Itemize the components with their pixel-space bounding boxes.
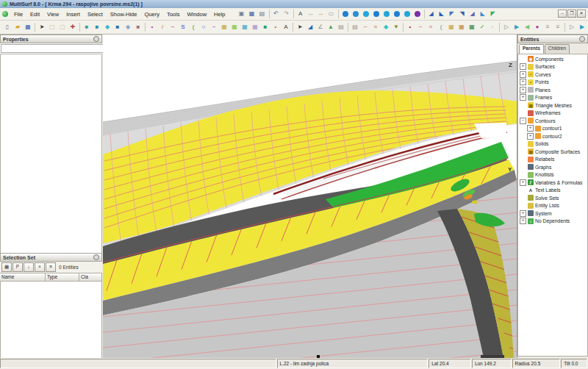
tree-item-graphs[interactable]: Graphs (518, 163, 587, 171)
tree-item-no-dependents[interactable]: +›No Dependents (518, 218, 587, 226)
save-icon[interactable]: ▦ (23, 21, 33, 33)
tree-item-entity-lists[interactable]: Entity Lists (518, 202, 587, 210)
view-left-icon[interactable] (361, 8, 371, 20)
undo-icon[interactable]: ↶ (271, 8, 282, 20)
persp-3-icon[interactable]: ◤ (447, 8, 457, 20)
pin-icon[interactable] (93, 254, 99, 260)
query-report-icon[interactable]: ▤ (336, 21, 346, 33)
persp-6-icon[interactable]: ◣ (478, 8, 488, 20)
view-right-icon[interactable] (371, 8, 381, 20)
tree-item-contour1[interactable]: +contour1 (518, 125, 587, 133)
insert-label-icon[interactable]: A (281, 21, 291, 33)
expander-plus-icon[interactable]: + (527, 133, 534, 140)
offset-icon[interactable]: ↔ (316, 8, 326, 20)
persp-7-icon[interactable]: ◤ (488, 8, 498, 20)
hide-unselected-icon[interactable]: ▷ (567, 21, 577, 33)
expander-plus-icon[interactable]: + (520, 218, 526, 224)
expander-plus-icon[interactable]: + (527, 125, 534, 132)
menu-query[interactable]: Query (140, 10, 162, 19)
column-header-name[interactable]: Name (0, 273, 46, 282)
tree-item-composite-surfaces[interactable]: ▦Composite Surfaces (518, 148, 587, 156)
open-file-icon[interactable]: ▰ (12, 21, 23, 33)
show-mesh-icon[interactable]: ≈ (426, 21, 436, 33)
weights-icon[interactable]: ▼ (391, 21, 401, 33)
tree-item-planes[interactable]: +Planes (518, 86, 587, 94)
query-distance-icon[interactable]: ◢ (305, 21, 315, 33)
query-pointer-icon[interactable]: ➤ (295, 21, 305, 33)
select-add-icon[interactable]: ▢ (47, 21, 57, 33)
hide-selected-icon[interactable]: ▷ (501, 21, 512, 33)
clear-button[interactable]: ✕ (46, 262, 56, 272)
save-all-icon[interactable]: ▦ (247, 8, 257, 20)
tree-item-solids[interactable]: Solids (518, 140, 587, 148)
move-down-button[interactable]: ↓ (24, 262, 34, 272)
insert-bcurve-icon[interactable]: ~ (168, 21, 178, 33)
pin-icon[interactable] (579, 36, 585, 42)
expander-plus-icon[interactable]: + (520, 63, 526, 70)
tab-children[interactable]: Children (545, 44, 570, 54)
query-area-icon[interactable]: ▲ (326, 21, 336, 33)
tree-item-knotlists[interactable]: Knotlists (518, 171, 587, 179)
show-unselected-icon[interactable]: ▶ (577, 21, 587, 33)
show-points-icon[interactable]: • (405, 21, 415, 33)
model-viewport[interactable]: Z Y (103, 35, 517, 358)
insert-surface-1-icon[interactable]: ▦ (219, 21, 229, 33)
insert-surface-3-icon[interactable]: ▦ (240, 21, 250, 33)
show-selected-icon[interactable]: ▶ (512, 21, 522, 33)
mirror-entity-icon[interactable]: ◆ (102, 21, 112, 33)
tree-item-text-labels[interactable]: AText Labels (518, 187, 587, 195)
flatten-icon[interactable]: ◆ (381, 21, 391, 33)
show-curves-icon[interactable]: ~ (415, 21, 426, 33)
expander-plus-icon[interactable]: + (520, 210, 526, 217)
view-iso-icon[interactable] (402, 8, 412, 20)
expander-plus-icon[interactable]: + (520, 71, 526, 78)
close-button[interactable]: ✕ (577, 10, 586, 18)
select-all-icon[interactable]: ✚ (68, 21, 78, 33)
view-grid-button[interactable]: ▦ (1, 262, 12, 272)
column-header-cla[interactable]: Cla (79, 273, 102, 282)
show-normals-icon[interactable]: ( (436, 21, 446, 33)
copy-entity-icon[interactable]: ■ (82, 21, 92, 33)
menu-show-hide[interactable]: Show-Hide (107, 10, 141, 19)
persp-5-icon[interactable]: ◢ (467, 8, 478, 20)
expander-plus-icon[interactable]: + (520, 79, 526, 85)
insert-point-icon[interactable]: • (147, 21, 157, 33)
view-front-icon[interactable] (340, 8, 351, 20)
tree-item-solve-sets[interactable]: Solve Sets (518, 194, 587, 202)
minimize-button[interactable]: – (558, 10, 567, 18)
menu-help[interactable]: Help (210, 10, 229, 19)
persp-4-icon[interactable]: ◥ (457, 8, 467, 20)
check-model-icon[interactable]: ▤ (350, 21, 360, 33)
curvature-icon[interactable]: ~ (360, 21, 370, 33)
view-back-icon[interactable] (351, 8, 361, 20)
restore-button[interactable]: ❐ (567, 10, 576, 18)
redo-icon[interactable]: ↷ (282, 8, 292, 20)
scale-entity-icon[interactable]: ◆ (123, 21, 133, 33)
expander-plus-icon[interactable]: + (520, 87, 526, 93)
measure-icon[interactable]: ↔ (306, 8, 316, 20)
insert-circle-icon[interactable]: ○ (198, 21, 209, 33)
tree-item-variables-formulas[interactable]: +ƒVariables & Formulas (518, 179, 587, 187)
insert-solid-icon[interactable]: ■ (260, 21, 270, 33)
tab-parents[interactable]: Parents (519, 44, 544, 54)
show-grid-3-icon[interactable]: ▦ (467, 21, 477, 33)
insert-surface-2-icon[interactable]: ▦ (229, 21, 240, 33)
menu-insert[interactable]: Insert (62, 10, 84, 19)
tree-item-points[interactable]: +•Points (518, 79, 587, 87)
view-bottom-icon[interactable] (392, 8, 402, 20)
pin-selection-button[interactable]: P (12, 262, 23, 272)
tree-item-curves[interactable]: +~Curves (518, 71, 587, 79)
show-all-icon[interactable]: ● (532, 21, 542, 33)
show-grid-2-icon[interactable]: ▦ (456, 21, 467, 33)
menu-view[interactable]: View (43, 10, 62, 19)
view-top-icon[interactable] (381, 8, 392, 20)
tree-item-triangle-meshes[interactable]: ▦Triangle Meshes (518, 101, 587, 110)
insert-line-icon[interactable]: / (157, 21, 168, 33)
expander-minus-icon[interactable]: − (520, 118, 526, 124)
tree-item-wireframes[interactable]: Wireframes (518, 110, 587, 118)
insert-surface-4-icon[interactable]: ▦ (250, 21, 260, 33)
print-icon[interactable]: ▤ (257, 8, 268, 20)
menu-window[interactable]: Window (183, 10, 210, 19)
tree-item-contour2[interactable]: +contour2 (518, 132, 587, 140)
insert-rel-point-icon[interactable]: • (270, 21, 281, 33)
